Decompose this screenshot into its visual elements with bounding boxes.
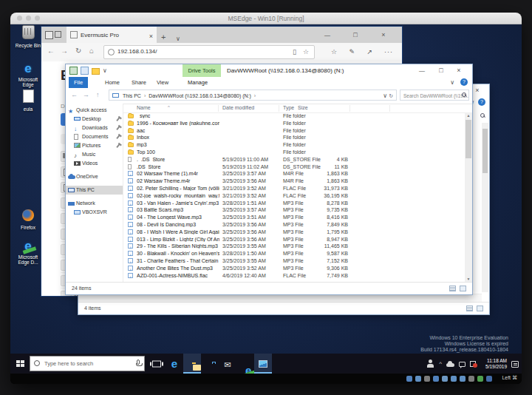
column-size[interactable]: Size (298, 105, 308, 110)
details-view-icon[interactable] (449, 286, 456, 291)
file-row[interactable]: 03 - Van Halen - Jamie's Cryin'.mp3 3/28… (123, 200, 465, 207)
taskbar-app-button[interactable] (201, 354, 219, 374)
file-row[interactable]: 30 - Blakwall - Knockin' on Heaven's Doo… (123, 250, 465, 257)
file-row[interactable]: 08 - Devil Is Dancing.mp3 3/25/2019 3:56… (123, 221, 465, 229)
desktop-icon[interactable]: Recycle Bin (13, 25, 44, 48)
sidebar-item[interactable]: Music (66, 150, 123, 159)
taskbar-app-button[interactable] (254, 354, 272, 374)
tabs-set-aside-icon[interactable] (45, 31, 53, 39)
new-tab-icon[interactable] (161, 30, 166, 43)
qat-properties-icon[interactable] (81, 67, 89, 75)
desktop-icon[interactable]: Firefox (13, 209, 44, 230)
desktop-icon[interactable]: eula (13, 90, 44, 112)
explorer-titlebar[interactable]: Drive Tools DavWWWRoot (\\192.168.0.134@… (66, 64, 472, 77)
sidebar-item[interactable]: Videos (66, 159, 123, 168)
sidebar-item[interactable]: Pictures (66, 141, 123, 150)
action-center-icon[interactable] (511, 361, 519, 368)
explorer2-help-icon[interactable]: ? (478, 98, 485, 106)
file-row[interactable]: .DS_Store 5/19/2019 11:02 AM DS_STORE Fi… (123, 163, 465, 171)
address-dropdown-icon[interactable] (383, 93, 387, 98)
url-field[interactable]: 192.168.0.134/ (103, 45, 315, 59)
desktop-icon[interactable]: Microsoft Edge D... (13, 239, 44, 265)
breadcrumb-this-pc[interactable]: This PC (123, 93, 141, 98)
column-name[interactable]: Name (137, 105, 151, 110)
file-row[interactable]: mp3 File folder (123, 141, 465, 149)
browser-tab[interactable]: Evermusic Pro (66, 27, 157, 43)
hidden-icons-chevron-icon[interactable]: ^ (439, 359, 442, 368)
home-icon[interactable] (89, 47, 94, 55)
sidebar-item[interactable]: This PC (66, 186, 123, 195)
ribbon-expand-chevron-icon[interactable] (450, 79, 454, 86)
back-icon[interactable] (71, 91, 78, 98)
sidebar-item[interactable]: Desktop (66, 115, 123, 124)
tab-list-chevron-icon[interactable] (176, 30, 180, 44)
reading-view-icon[interactable] (293, 48, 296, 55)
explorer-close-button[interactable] (450, 64, 468, 76)
file-row[interactable]: _sync File folder (123, 112, 465, 120)
column-type[interactable]: Type (283, 105, 294, 110)
start-button[interactable] (10, 354, 30, 374)
hub-favorites-icon[interactable] (331, 48, 337, 55)
onedrive-tray-icon[interactable] (446, 363, 454, 367)
tab-file[interactable]: File (69, 77, 88, 88)
sidebar-item[interactable]: Network (66, 199, 123, 208)
file-row[interactable]: 02 Warsaw Theme.m4r 3/25/2019 3:56 AM M4… (123, 178, 465, 185)
taskbar-app-button[interactable] (236, 354, 254, 374)
breadcrumb[interactable]: This PC›DavWWWRoot (\\192.168.0.134@8080… (109, 90, 397, 101)
file-row[interactable]: 02 Warsaw Theme (1).m4r 3/25/2019 3:57 A… (123, 170, 465, 178)
column-date-modified[interactable]: Date modified (222, 105, 254, 110)
file-row[interactable]: 04 - The Longest Wave.mp3 3/25/2019 3:51… (123, 214, 465, 221)
explorer2-scrollbar[interactable] (482, 123, 488, 292)
qat-customize-chevron-icon[interactable] (103, 67, 107, 74)
scroll-up-icon[interactable] (465, 112, 472, 119)
search-input[interactable]: Search DavWWWRoot (\\192... (400, 90, 469, 101)
up-icon[interactable] (96, 91, 100, 98)
taskbar-clock[interactable]: 11:18 AM 5/19/2019 (480, 358, 507, 369)
file-row[interactable]: 31 - Charlie Feathers - That Certain Fem… (123, 257, 465, 265)
file-row[interactable]: 29 - The Kills - Siberian Nights.mp3 3/2… (123, 243, 465, 250)
explorer2-search-icon[interactable] (480, 113, 485, 118)
file-row[interactable]: Top 100 File folder (123, 149, 465, 156)
explorer2-details-view-icon[interactable] (466, 305, 473, 311)
share-icon[interactable] (366, 48, 372, 55)
site-info-icon[interactable] (108, 49, 115, 55)
file-row[interactable]: 08 - I Wish I Were A Single Girl Again.m… (123, 229, 465, 236)
favorite-icon[interactable] (303, 48, 309, 55)
taskbar-app-button[interactable] (219, 354, 236, 374)
edge-maximize-button[interactable] (346, 27, 365, 43)
taskbar-app-button[interactable] (166, 354, 183, 374)
chat-tray-icon[interactable] (459, 362, 466, 367)
taskbar-app-button[interactable] (183, 354, 201, 374)
address-refresh-icon[interactable] (389, 93, 393, 98)
tab-home[interactable]: Home (100, 77, 125, 88)
explorer-maximize-button[interactable] (432, 64, 450, 76)
file-row[interactable]: ._.DS_Store 5/19/2019 11:00 AM DS_STORE … (123, 156, 465, 163)
tab-preview-icon[interactable] (55, 31, 61, 38)
file-row[interactable]: AZD-001-Actress-NIMBUS.flac 4/6/2019 12:… (123, 272, 465, 280)
refresh-icon[interactable] (75, 47, 81, 55)
forward-icon[interactable] (61, 47, 68, 55)
volume-tray-icon[interactable] (470, 361, 476, 367)
file-row[interactable]: 013 - Limp Bizkit - Lightz (City Of Ange… (123, 236, 465, 243)
file-row[interactable]: 1996 - Космонавт live (nakuhne.com) File… (123, 120, 465, 127)
desktop-icon[interactable]: Microsoft Edge (13, 61, 44, 87)
people-icon[interactable] (426, 359, 434, 368)
taskbar-search-input[interactable]: Type here to search (30, 356, 145, 371)
file-row[interactable]: 03 Battle Scars.mp3 3/25/2019 3:57 AM MP… (123, 206, 465, 214)
taskbar-app-button[interactable] (148, 354, 166, 374)
explorer2-thumbnail-view-icon[interactable] (477, 305, 483, 311)
annotate-icon[interactable] (349, 48, 355, 55)
tab-share[interactable]: Share (126, 77, 151, 88)
sidebar-item[interactable]: Downloads (66, 124, 123, 132)
scrollbar-thumb[interactable] (466, 120, 471, 158)
drive-tools-context-tab[interactable]: Drive Tools (183, 64, 221, 77)
microphone-icon[interactable] (137, 359, 140, 365)
file-row[interactable]: Another One Bites The Dust.mp3 3/25/2019… (123, 265, 465, 272)
forward-icon[interactable] (83, 91, 89, 98)
system-menu-icon[interactable] (69, 67, 78, 75)
sidebar-item[interactable]: OneDrive (66, 172, 123, 181)
explorer-minimize-button[interactable] (413, 64, 431, 76)
edge-close-button[interactable] (374, 27, 393, 43)
scrollbar[interactable] (465, 112, 472, 283)
vm-titlebar[interactable]: MSEdge - Win10 [Running] (10, 13, 522, 24)
